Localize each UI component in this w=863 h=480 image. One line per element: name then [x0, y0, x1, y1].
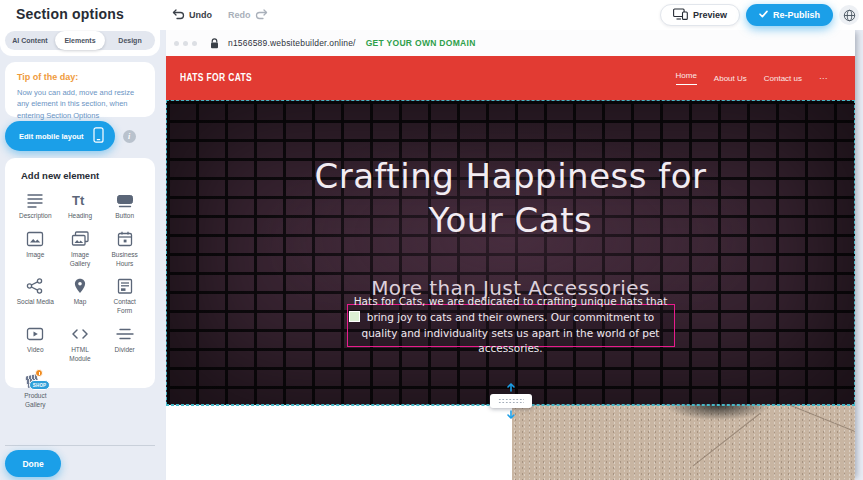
element-item-label: Map — [74, 298, 87, 307]
button-icon — [115, 191, 135, 209]
element-item-label: Business Hours — [106, 251, 144, 269]
element-item-label: Description — [19, 212, 52, 221]
map-pin-icon — [70, 277, 90, 295]
edit-mobile-layout-label: Edit mobile layout — [19, 132, 84, 141]
element-item-description[interactable]: Description — [13, 191, 58, 221]
redo-icon — [255, 9, 268, 22]
browser-bar: n1566589.websitebuilder.online/ GET YOUR… — [166, 30, 855, 56]
lock-icon — [210, 38, 219, 49]
info-icon[interactable]: i — [123, 130, 136, 143]
element-grid: Description Tt Heading — [13, 191, 147, 410]
shop-badge: SHOP — [29, 380, 51, 390]
check-icon — [759, 10, 768, 20]
preview-label: Preview — [693, 10, 727, 20]
element-item-label: Divider — [115, 346, 135, 355]
get-domain-link[interactable]: GET YOUR OWN DOMAIN — [366, 38, 476, 48]
new-badge — [35, 369, 43, 377]
site-logo[interactable]: HATS FOR CATS — [180, 72, 252, 83]
contact-form-icon — [115, 277, 135, 295]
product-gallery-icon: SHOP — [24, 372, 46, 389]
hero-body-text: Hats for Cats, we are dedicated to craft… — [354, 294, 668, 357]
language-globe-button[interactable] — [839, 5, 859, 25]
hero-text-element-selected[interactable]: Hats for Cats, we are dedicated to craft… — [347, 304, 675, 347]
preview-button[interactable]: Preview — [660, 4, 740, 26]
smartphone-icon — [93, 127, 104, 145]
app-root: Section options Undo Redo — [0, 0, 863, 480]
browser-dot — [183, 41, 188, 46]
description-icon — [25, 191, 45, 209]
element-item-label: Heading — [68, 212, 92, 221]
tip-title: Tip of the day: — [17, 72, 143, 82]
next-section-image[interactable] — [512, 405, 855, 480]
undo-label: Undo — [189, 10, 212, 20]
edit-mobile-layout-button[interactable]: Edit mobile layout — [5, 121, 115, 151]
heading-icon: Tt — [70, 191, 90, 209]
image-icon — [25, 230, 45, 248]
add-element-card: Add new element Description Tt — [5, 158, 155, 388]
nav-contact-us[interactable]: Contact us — [764, 74, 802, 83]
tabs-panel: AI Content Elements Design — [0, 30, 160, 56]
element-item-html-module[interactable]: HTML Module — [58, 325, 103, 364]
nav-home[interactable]: Home — [676, 71, 697, 85]
element-item-label: HTML Module — [61, 346, 99, 364]
element-item-button[interactable]: Button — [102, 191, 147, 221]
undo-button[interactable]: Undo — [172, 9, 212, 22]
sidebar-divider — [5, 445, 155, 446]
add-element-title: Add new element — [21, 170, 147, 181]
site-url: n1566589.websitebuilder.online/ — [228, 38, 356, 48]
browser-dot — [192, 41, 197, 46]
arrow-down-icon — [507, 410, 516, 419]
republish-button[interactable]: Re-Publish — [746, 4, 833, 26]
element-item-contact-form[interactable]: Contact Form — [102, 277, 147, 316]
social-media-icon — [25, 277, 45, 295]
divider-icon — [115, 325, 135, 343]
browser-dot — [174, 41, 179, 46]
element-item-social-media[interactable]: Social Media — [13, 277, 58, 316]
element-item-label: Product Gallery — [16, 392, 54, 410]
image-gallery-icon — [70, 230, 90, 248]
element-item-map[interactable]: Map — [58, 277, 103, 316]
sidebar: AI Content Elements Design Tip of the da… — [0, 30, 160, 480]
element-item-label: Image — [26, 251, 44, 260]
undo-icon — [172, 9, 185, 22]
element-item-heading[interactable]: Tt Heading — [58, 191, 103, 221]
element-item-label: Social Media — [17, 298, 54, 307]
arrow-up-icon — [507, 383, 516, 392]
tab-elements[interactable]: Elements — [55, 31, 105, 50]
history-controls: Undo Redo — [172, 0, 268, 30]
hero-heading[interactable]: Crafting Happiness for Your Cats — [309, 154, 713, 242]
tip-body: Now you can add, move and resize any ele… — [17, 87, 143, 121]
next-section-left[interactable] — [166, 405, 512, 480]
element-item-divider[interactable]: Divider — [102, 325, 147, 364]
tab-ai-content[interactable]: AI Content — [5, 31, 55, 50]
element-item-label: Video — [27, 346, 44, 355]
republish-label: Re-Publish — [773, 10, 820, 20]
element-drag-handle[interactable] — [349, 311, 360, 322]
mobile-layout-row: Edit mobile layout i — [5, 121, 136, 151]
element-item-product-gallery[interactable]: SHOP Product Gallery — [13, 372, 58, 410]
element-item-label: Button — [115, 212, 134, 221]
element-item-label: Contact Form — [106, 298, 144, 316]
hero-section-selected[interactable]: Crafting Happiness for Your Cats More th… — [166, 100, 855, 405]
topbar: Section options Undo Redo — [0, 0, 863, 30]
element-item-image-gallery[interactable]: Image Gallery — [58, 230, 103, 269]
section-resize-handle[interactable] — [490, 394, 532, 408]
devices-icon — [673, 8, 688, 22]
site-canvas: n1566589.websitebuilder.online/ GET YOUR… — [166, 30, 855, 480]
redo-button[interactable]: Redo — [228, 9, 268, 22]
element-item-video[interactable]: Video — [13, 325, 58, 364]
done-button[interactable]: Done — [5, 450, 61, 477]
element-item-image[interactable]: Image — [13, 230, 58, 269]
redo-label: Redo — [228, 10, 251, 20]
nav-about-us[interactable]: About Us — [714, 74, 747, 83]
tab-bar: AI Content Elements Design — [5, 31, 155, 50]
nav-more-menu[interactable]: ⋯ — [819, 74, 827, 83]
business-hours-icon — [115, 230, 135, 248]
html-code-icon — [70, 325, 90, 343]
topbar-actions: Preview Re-Publish — [660, 4, 859, 26]
tab-design[interactable]: Design — [105, 31, 155, 50]
element-item-business-hours[interactable]: Business Hours — [102, 230, 147, 269]
tip-of-the-day-card: Tip of the day: Now you can add, move an… — [5, 62, 155, 117]
site-header[interactable]: HATS FOR CATS Home About Us Contact us ⋯ — [166, 56, 855, 100]
page-title: Section options — [16, 6, 124, 22]
